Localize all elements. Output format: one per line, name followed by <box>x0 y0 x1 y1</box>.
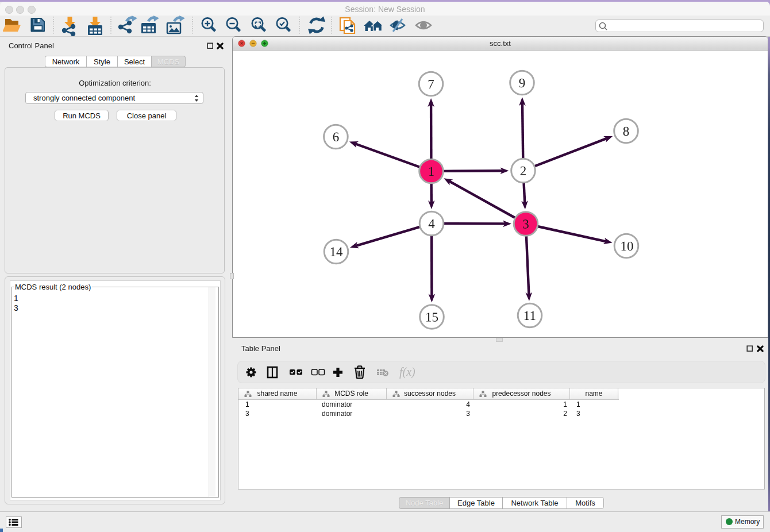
svg-text:10: 10 <box>620 239 633 253</box>
svg-text:6: 6 <box>333 130 340 144</box>
svg-text:14: 14 <box>329 245 343 259</box>
svg-text:3: 3 <box>522 217 529 232</box>
svg-text:1: 1 <box>428 164 435 179</box>
svg-text:7: 7 <box>428 77 434 91</box>
svg-text:4: 4 <box>428 217 435 231</box>
svg-text:2: 2 <box>520 164 527 178</box>
svg-text:8: 8 <box>623 124 630 138</box>
svg-text:f(x): f(x) <box>399 365 415 379</box>
svg-text:9: 9 <box>519 76 526 90</box>
svg-text:15: 15 <box>425 310 438 324</box>
svg-text:11: 11 <box>523 309 536 323</box>
